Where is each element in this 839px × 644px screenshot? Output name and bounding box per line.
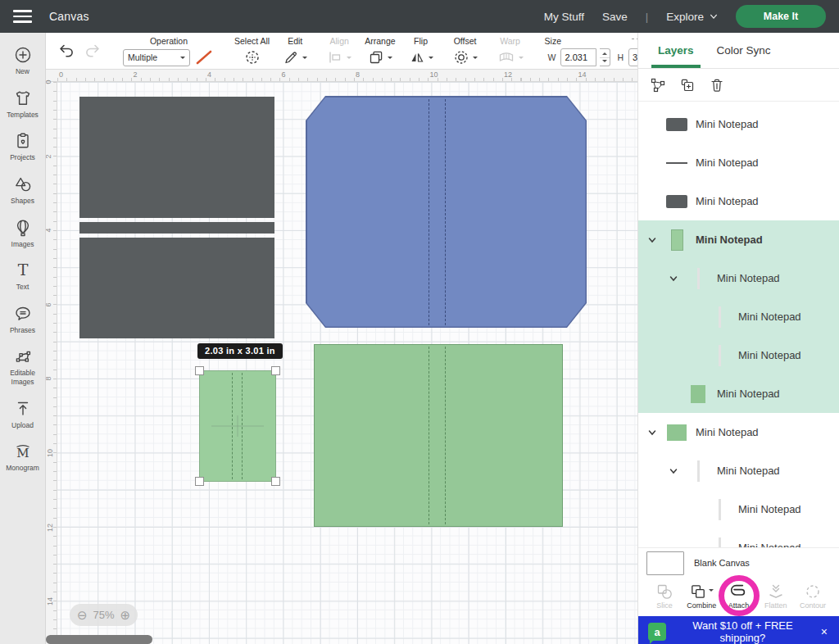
hamburger-menu-icon[interactable] — [0, 0, 44, 33]
shape-dark-bar[interactable] — [79, 222, 274, 234]
operation-select[interactable]: Multiple — [123, 49, 190, 66]
edit-toolbar: Operation Multiple Select All Edit — [46, 33, 637, 70]
save-link[interactable]: Save — [602, 11, 628, 23]
layer-chevron-down-icon[interactable] — [645, 235, 660, 245]
sidebar-item-monogram[interactable]: MMonogram — [0, 436, 45, 479]
my-stuff-link[interactable]: My Stuff — [544, 11, 584, 23]
attach-button[interactable]: Attach — [721, 583, 757, 610]
duplicate-icon[interactable] — [679, 77, 696, 93]
sidebar-item-projects[interactable]: Projects — [0, 125, 45, 169]
score-line — [429, 347, 429, 524]
width-label: W — [548, 52, 556, 62]
shape-dark-rect-1[interactable] — [79, 97, 274, 218]
sidebar-item-text[interactable]: TText — [0, 255, 45, 298]
shape-blue-notepad[interactable] — [306, 96, 587, 328]
shape-green-large[interactable] — [314, 344, 563, 527]
layer-row[interactable]: Mini Notepad — [638, 336, 839, 374]
flip-group[interactable]: Flip — [402, 33, 440, 69]
tshirt-icon — [13, 88, 33, 108]
selection-handle-top-left[interactable] — [195, 366, 204, 375]
promo-close-icon[interactable]: × — [819, 625, 829, 638]
undo-button[interactable] — [57, 42, 75, 60]
layer-thumbnail-green-rect — [665, 424, 688, 441]
pen-color-swatch[interactable] — [193, 49, 215, 66]
zoom-out-button[interactable]: ⊖ — [77, 609, 88, 621]
layer-row[interactable]: Mini Notepad — [638, 528, 839, 547]
sidebar-item-label: Projects — [10, 153, 35, 162]
topbar-divider: | — [646, 11, 648, 23]
layer-row[interactable]: Mini Notepad — [638, 451, 839, 490]
shape-green-selected[interactable] — [199, 370, 276, 482]
edit-group[interactable]: Edit — [276, 33, 314, 69]
select-all-group[interactable]: Select All — [228, 33, 276, 69]
layer-row[interactable]: Mini Notepad — [638, 105, 839, 143]
sidebar-item-upload[interactable]: Upload — [0, 393, 45, 437]
action-label: Contour — [800, 601, 826, 610]
blank-canvas-swatch[interactable] — [646, 551, 684, 575]
offset-group[interactable]: Offset — [447, 33, 484, 69]
score-line — [429, 99, 429, 325]
arrange-group[interactable]: Arrange — [358, 33, 401, 69]
ruler-top-number: 14 — [578, 70, 587, 79]
layer-label: Mini Notepad — [738, 503, 801, 515]
app-root: Canvas My Stuff Save | Explore Make It N… — [0, 0, 839, 644]
slice-button: Slice — [646, 583, 683, 610]
ruler-top: 02468101214 — [46, 70, 637, 82]
project-book-icon — [13, 131, 33, 151]
layer-row[interactable]: Mini Notepad — [638, 413, 839, 451]
sidebar-item-new[interactable]: New — [0, 39, 45, 83]
tab-layers[interactable]: Layers — [655, 33, 697, 68]
selection-handle-top-right[interactable] — [271, 366, 280, 375]
promo-text: Want $10 off + FREE shipping? — [674, 619, 811, 644]
horizontal-scrollbar-thumb[interactable] — [46, 635, 152, 644]
sidebar-item-shapes[interactable]: Shapes — [0, 169, 45, 212]
selection-handle-bottom-right[interactable] — [271, 477, 280, 486]
promo-banner: a Want $10 off + FREE shipping? × — [638, 616, 839, 644]
layer-chevron-down-icon[interactable] — [645, 428, 660, 438]
layer-row[interactable]: Mini Notepad — [638, 182, 839, 220]
layers-list: Mini NotepadMini NotepadMini NotepadMini… — [638, 102, 839, 547]
sidebar-item-label: Templates — [7, 111, 39, 120]
sidebar-item-editable-images[interactable]: Editable Images — [0, 341, 45, 392]
explore-menu[interactable]: Explore — [666, 11, 718, 23]
sidebar-item-label: Upload — [11, 421, 34, 430]
sidebar-item-templates[interactable]: Templates — [0, 83, 45, 126]
combine-button[interactable]: Combine — [683, 583, 719, 610]
layer-row[interactable]: Mini Notepad — [638, 143, 839, 182]
chevron-down-icon — [710, 12, 718, 20]
ruler-left-number: 8 — [46, 377, 52, 381]
group-icon[interactable] — [650, 77, 666, 93]
layer-chevron-down-icon[interactable] — [666, 274, 681, 283]
shape-dark-rect-2[interactable] — [79, 238, 274, 338]
ruler-top-number: 0 — [59, 70, 63, 79]
sidebar-item-phrases[interactable]: Phrases — [0, 298, 45, 342]
action-label: Flatten — [764, 601, 787, 610]
layer-chevron-down-icon[interactable] — [666, 466, 681, 476]
page-title: Canvas — [49, 10, 89, 23]
balloon-icon — [13, 218, 33, 238]
width-stepper[interactable] — [600, 48, 610, 66]
operation-value: Multiple — [128, 52, 157, 62]
layer-thumbnail-dark-rect — [665, 195, 688, 208]
design-canvas[interactable]: 02468101214 02468101214 2.03 in x 3.01 — [46, 70, 637, 644]
layer-row[interactable]: Mini Notepad — [638, 374, 839, 413]
layer-row[interactable]: Mini Notepad — [638, 259, 839, 297]
layer-label: Mini Notepad — [717, 388, 780, 400]
delete-icon[interactable] — [709, 77, 725, 93]
ruler-top-number: 10 — [430, 70, 438, 79]
right-panel: Layers Color Sync Mini NotepadMini Notep… — [637, 33, 839, 644]
width-input[interactable] — [560, 48, 596, 66]
selection-handle-bottom-left[interactable] — [195, 477, 204, 486]
zoom-in-button[interactable]: ⊕ — [120, 609, 131, 621]
layer-row[interactable]: Mini Notepad — [638, 297, 839, 336]
tab-color-sync[interactable]: Color Sync — [714, 33, 774, 68]
sidebar-item-images[interactable]: Images — [0, 212, 45, 256]
select-all-label: Select All — [234, 36, 270, 46]
pencil-icon — [283, 49, 299, 66]
make-it-button[interactable]: Make It — [736, 5, 826, 28]
layer-row[interactable]: Mini Notepad — [638, 490, 839, 528]
layer-label: Mini Notepad — [696, 234, 763, 246]
redo-button[interactable] — [84, 42, 102, 60]
panel-tabs: Layers Color Sync — [638, 33, 839, 69]
layer-row[interactable]: Mini Notepad — [638, 220, 839, 259]
